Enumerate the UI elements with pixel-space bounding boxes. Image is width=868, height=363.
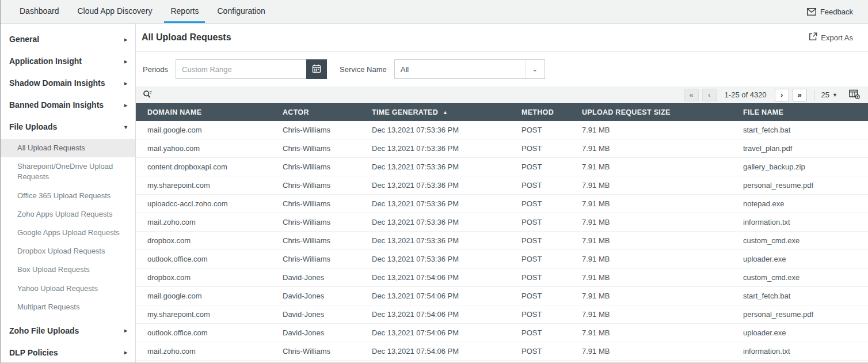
table-cell: outlook.office.com [136,255,271,263]
table-cell: content.dropboxapi.com [136,162,271,171]
sidebar-item-general[interactable]: General▸ [1,28,135,50]
table-cell: 7.91 MB [570,181,732,190]
last-page-button[interactable]: » [793,89,807,101]
export-as-button[interactable]: Export As [809,32,853,43]
table-cell: mail.google.com [136,292,271,300]
grid-toolbar: « ‹ 1-25 of 4320 › » 25 ▼ [136,86,868,103]
caret-down-icon: ▼ [832,92,837,98]
table-cell: mail.zoho.com [136,218,271,226]
periods-input[interactable] [176,59,306,79]
sidebar-item-multipart-requests[interactable]: Multipart Requests [1,298,135,316]
table-row[interactable]: dropbox.comDavid-JonesDec 13,2021 07:54:… [136,269,868,287]
tab-cloud-app-discovery[interactable]: Cloud App Discovery [71,0,159,23]
table-row[interactable]: mail.google.comChris-WilliamsDec 13,2021… [136,121,868,139]
service-name-label: Service Name [340,65,387,74]
column-header-file-name[interactable]: FILE NAME [732,108,868,116]
sidebar-item-label: DLP Policies [9,348,58,357]
column-chooser-button[interactable] [849,89,860,101]
feedback-label: Feedback [820,7,853,16]
sidebar-item-office-365-upload-requests[interactable]: Office 365 Upload Requests [1,187,135,205]
table-cell: mail.zoho.com [136,347,271,356]
table-cell: POST [510,218,570,226]
chevron-right-icon: ▸ [124,58,127,65]
sidebar-item-application-insight[interactable]: Application Insight▸ [1,50,135,72]
table-cell: Dec 13,2021 07:53:36 PM [360,126,510,134]
feedback-button[interactable]: Feedback [807,0,868,23]
table-cell: uploader.exe [732,328,868,337]
table-cell: travel_plan.pdf [732,144,868,153]
table-cell: POST [510,144,570,153]
tab-dashboard[interactable]: Dashboard [13,0,66,23]
tab-configuration[interactable]: Configuration [211,0,271,23]
table-row[interactable]: mail.yahoo.comChris-WilliamsDec 13,2021 … [136,139,868,158]
table-cell: information.txt [732,347,868,356]
service-name-select[interactable]: All ⌄ [394,59,545,79]
table-cell: Chris-Williams [271,181,360,190]
column-header-method[interactable]: METHOD [510,108,570,116]
reports-sidebar: General▸Application Insight▸Shadow Domai… [1,24,136,362]
calendar-button[interactable] [306,59,327,79]
sidebar-item-google-apps-upload-requests[interactable]: Google Apps Upload Requests [1,224,135,242]
sidebar-item-shadow-domain-insights[interactable]: Shadow Domain Insights▸ [1,72,135,94]
table-cell: information.txt [732,218,868,226]
table-cell: notepad.exe [732,199,868,208]
table-cell: Dec 13,2021 07:53:36 PM [360,181,510,190]
table-cell: uploader.exe [732,255,868,263]
sidebar-item-all-upload-requests[interactable]: All Upload Requests [1,139,135,157]
table-row[interactable]: mail.google.comDavid-JonesDec 13,2021 07… [136,287,868,305]
table-cell: David-Jones [271,328,360,337]
table-cell: 7.91 MB [570,310,732,319]
chevron-right-icon: ▸ [124,327,127,334]
sidebar-item-dropbox-upload-requests[interactable]: Dropbox Upload Requests [1,242,135,260]
search-icon [143,90,153,100]
sidebar-item-file-uploads[interactable]: File Uploads▾ [1,116,135,138]
column-header-upload-request-size[interactable]: UPLOAD REQUEST SIZE [570,108,732,116]
topnav-tabs: DashboardCloud App DiscoveryReportsConfi… [13,0,277,23]
search-button[interactable] [143,90,153,100]
column-header-domain-name[interactable]: DOMAIN NAME [136,108,271,116]
sidebar-item-zoho-file-uploads[interactable]: Zoho File Uploads▸ [1,320,135,342]
table-row[interactable]: mail.zoho.comChris-WilliamsDec 13,2021 0… [136,342,868,361]
table-cell: POST [510,310,570,319]
table-cell: gallery_backup.zip [732,162,868,171]
sidebar-item-sharepoint-onedrive-upload-requests[interactable]: Sharepoint/OneDrive Upload Requests [1,157,135,186]
next-page-button[interactable]: › [775,89,789,101]
page-size-dropdown[interactable]: 25 ▼ [821,90,837,99]
table-cell: dropbox.com [136,273,271,282]
table-cell: 7.91 MB [570,218,732,226]
table-row[interactable]: dropbox.comChris-WilliamsDec 13,2021 07:… [136,232,868,250]
column-header-actor[interactable]: ACTOR [271,108,360,116]
table-row[interactable]: mail.zoho.comChris-WilliamsDec 13,2021 0… [136,213,868,232]
sidebar-item-label: File Uploads [9,122,57,131]
table-row[interactable]: content.dropboxapi.comChris-WilliamsDec … [136,158,868,176]
table-cell: POST [510,255,570,263]
table-cell: Dec 13,2021 07:53:36 PM [360,144,510,153]
table-cell: Dec 13,2021 07:53:36 PM [360,199,510,208]
previous-page-button[interactable]: ‹ [702,89,717,101]
table-row[interactable]: outlook.office.comDavid-JonesDec 13,2021… [136,324,868,342]
sidebar-item-box-upload-requests[interactable]: Box Upload Requests [1,260,135,279]
table-row[interactable]: uploadcc-accl.zoho.comChris-WilliamsDec … [136,195,868,213]
column-header-time-generated[interactable]: TIME GENERATED▲ [360,108,510,116]
chevron-right-icon: ▸ [124,80,127,86]
table-cell: 7.91 MB [570,162,732,171]
table-cell: Chris-Williams [271,144,360,153]
table-cell: Dec 13,2021 07:53:36 PM [360,255,510,263]
table-cell: Dec 13,2021 07:54:06 PM [360,328,510,337]
chevron-right-icon: ▸ [124,102,127,108]
table-cell: Chris-Williams [271,126,360,134]
table-cell: 7.91 MB [570,144,732,153]
sidebar-item-yahoo-upload-requests[interactable]: Yahoo Upload Requests [1,279,135,298]
tab-reports[interactable]: Reports [164,0,205,23]
sidebar-item-zoho-apps-upload-requests[interactable]: Zoho Apps Upload Requests [1,205,135,224]
first-page-button[interactable]: « [684,89,699,101]
sidebar-item-banned-domain-insights[interactable]: Banned Domain Insights▸ [1,94,135,116]
table-row[interactable]: my.sharepoint.comDavid-JonesDec 13,2021 … [136,305,868,324]
top-navigation: DashboardCloud App DiscoveryReportsConfi… [1,0,868,24]
table-row[interactable]: my.sharepoint.comChris-WilliamsDec 13,20… [136,176,868,195]
table-cell: custom_cmd.exe [732,273,868,282]
table-cell: Dec 13,2021 07:53:36 PM [360,162,510,171]
table-row[interactable]: outlook.office.comChris-WilliamsDec 13,2… [136,250,868,269]
sidebar-item-dlp-policies[interactable]: DLP Policies▸ [1,342,135,362]
export-as-label: Export As [821,33,853,42]
